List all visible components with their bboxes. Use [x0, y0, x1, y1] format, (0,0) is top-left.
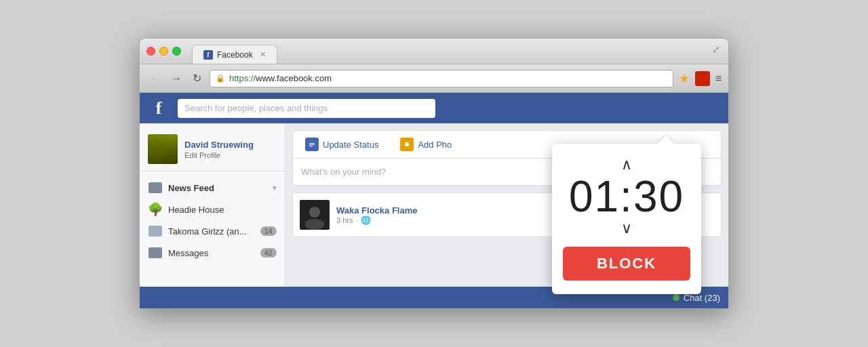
chat-online-indicator — [673, 294, 679, 301]
messages-icon — [148, 247, 163, 259]
minimize-button[interactable] — [159, 47, 168, 56]
status-placeholder: What's on your mind? — [301, 167, 386, 177]
toolbar: ← → ↻ 🔒 https://www.facebook.com ★ ≡ — [140, 64, 728, 93]
expand-icon[interactable]: ⤢ — [712, 44, 720, 55]
browser-window: f Facebook ✕ ⤢ ← → ↻ 🔒 https://www.faceb… — [139, 38, 729, 309]
update-status-tab[interactable]: Update Status — [300, 135, 384, 154]
sidebar-item-messages[interactable]: Messages 42 — [140, 242, 285, 264]
stop-button[interactable] — [695, 71, 710, 86]
timer-display: 01:30 — [569, 175, 684, 218]
sidebar-label-news-feed: News Feed — [168, 183, 214, 193]
refresh-button[interactable]: ↻ — [190, 70, 204, 86]
facebook-sidebar: David Struewing Edit Profile News Feed ▾… — [140, 123, 285, 287]
facebook-logo: f — [148, 98, 170, 119]
facebook-header: f Search for people, places and things — [140, 93, 728, 123]
add-photo-tab[interactable]: Add Pho — [395, 135, 457, 154]
window-controls — [146, 47, 181, 56]
update-status-icon — [305, 138, 319, 151]
takoma-badge: 14 — [260, 226, 277, 236]
facebook-search-bar[interactable]: Search for people, places and things — [178, 99, 435, 118]
forward-button[interactable]: → — [168, 71, 184, 86]
profile-edit-link[interactable]: Edit Profile — [184, 151, 254, 159]
messages-badge: 42 — [260, 248, 277, 258]
timer-popup: ∧ 01:30 ∨ BLOCK — [552, 144, 701, 294]
tab-close-button[interactable]: ✕ — [260, 50, 266, 59]
url-display: https://www.facebook.com — [229, 73, 332, 83]
pencil-icon — [148, 225, 163, 237]
news-feed-icon — [148, 182, 163, 194]
add-photo-icon — [400, 138, 414, 151]
title-bar: f Facebook ✕ ⤢ — [140, 39, 728, 64]
post-meta: 3 hrs · 🌐 — [336, 216, 417, 225]
menu-button[interactable]: ≡ — [715, 73, 722, 85]
tab-bar: f Facebook ✕ — [192, 39, 291, 64]
timer-chevron-up-icon[interactable]: ∧ — [621, 157, 632, 172]
tree-icon: 🌳 — [148, 203, 163, 216]
sidebar-label-messages: Messages — [168, 248, 208, 258]
tab-title: Facebook — [217, 50, 253, 60]
block-button[interactable]: BLOCK — [563, 247, 690, 281]
close-button[interactable] — [146, 47, 155, 56]
post-avatar — [300, 200, 330, 230]
maximize-button[interactable] — [172, 47, 181, 56]
sidebar-item-news-feed[interactable]: News Feed ▾ — [140, 177, 285, 199]
svg-point-5 — [305, 219, 324, 230]
chevron-down-icon: ▾ — [273, 184, 277, 192]
update-status-label: Update Status — [323, 140, 378, 150]
bookmark-star-icon[interactable]: ★ — [679, 71, 690, 86]
sidebar-label-headie-house: Headie House — [168, 205, 224, 215]
timer-chevron-down-icon[interactable]: ∨ — [621, 221, 632, 236]
back-button[interactable]: ← — [146, 71, 163, 86]
add-photo-label: Add Pho — [418, 140, 452, 150]
active-tab[interactable]: f Facebook ✕ — [192, 45, 277, 64]
lock-icon: 🔒 — [216, 74, 225, 83]
tab-favicon: f — [203, 50, 213, 60]
sidebar-item-takoma[interactable]: Takoma Girlzz (an... 14 — [140, 220, 285, 242]
svg-point-2 — [405, 142, 409, 146]
url-protocol: https:// — [229, 73, 256, 83]
svg-point-4 — [309, 207, 320, 218]
sidebar-label-takoma: Takoma Girlzz (an... — [168, 226, 247, 237]
profile-section: David Struewing Edit Profile — [140, 130, 285, 171]
profile-name[interactable]: David Struewing — [184, 140, 254, 150]
post-time: 3 hrs — [336, 216, 353, 224]
globe-icon: 🌐 — [361, 216, 371, 225]
facebook-search-placeholder: Search for people, places and things — [184, 103, 328, 113]
avatar — [148, 134, 178, 164]
post-author-name[interactable]: Waka Flocka Flame — [336, 205, 417, 216]
url-domain: www.facebook.com — [256, 73, 332, 83]
sidebar-item-headie-house[interactable]: 🌳 Headie House — [140, 199, 285, 220]
post-visibility-dot: · — [355, 216, 357, 224]
address-bar[interactable]: 🔒 https://www.facebook.com — [210, 70, 673, 87]
